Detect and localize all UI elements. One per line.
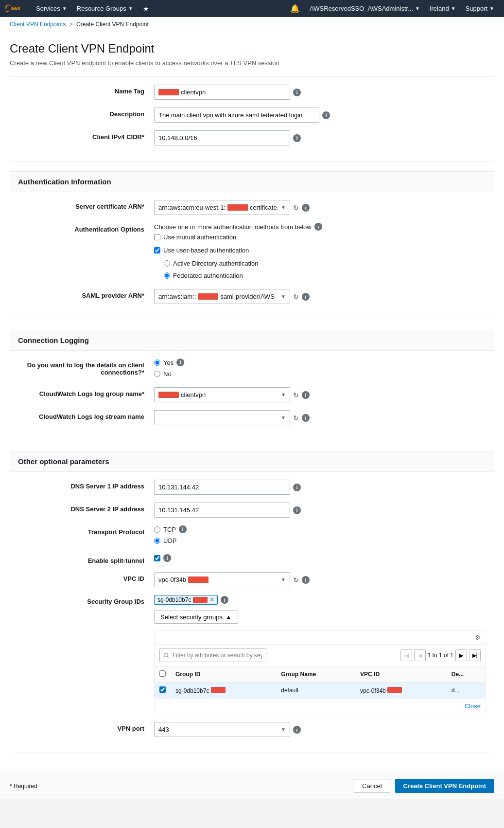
active-directory-radio[interactable] — [164, 260, 170, 267]
page-description: Create a new Client VPN endpoint to enab… — [10, 59, 494, 67]
user-auth-label: Use user-based authentication — [163, 247, 249, 254]
vpc-id-refresh-icon[interactable]: ↻ — [293, 576, 299, 584]
sg-select-all-checkbox[interactable] — [159, 670, 166, 677]
sg-prev-page-button[interactable]: ◀ — [414, 649, 426, 661]
sg-chip-redact — [193, 597, 208, 603]
description-info-icon[interactable]: i — [322, 111, 330, 119]
server-cert-select[interactable]: arn:aws:acm:eu-west-1: certificate. ▼ — [154, 200, 290, 215]
vpc-id-arrow-icon: ▼ — [281, 577, 286, 582]
vpc-id-info-icon[interactable]: i — [302, 576, 310, 584]
dns2-input[interactable] — [154, 503, 290, 518]
cw-log-group-select[interactable]: clientvpn ▼ — [154, 387, 290, 402]
mutual-auth-checkbox[interactable] — [154, 234, 160, 240]
notifications-icon[interactable]: 🔔 — [285, 4, 305, 13]
breadcrumb-parent-link[interactable]: Client VPN Endpoints — [10, 21, 66, 28]
sg-filter-input[interactable] — [159, 648, 266, 662]
top-navigation: aws Services ▼ Resource Groups ▼ ★ 🔔 AWS… — [0, 0, 504, 17]
cidr-input[interactable] — [154, 130, 290, 145]
cidr-info-icon[interactable]: i — [293, 134, 301, 142]
log-yes-info-icon[interactable]: i — [176, 359, 184, 366]
saml-suffix: saml-provider/AWS- — [220, 293, 277, 300]
connection-logging-section: Connection Logging Do you want to log th… — [10, 330, 494, 441]
sg-table-gear-icon[interactable]: ⚙ — [475, 634, 481, 641]
services-nav[interactable]: Services ▼ — [31, 0, 72, 17]
table-row[interactable]: sg-0db10b7c default vpc-0f34b d... — [155, 683, 486, 699]
sg-group-name-header: Group Name — [276, 666, 355, 683]
pin-nav[interactable]: ★ — [138, 0, 154, 17]
vpc-id-label: VPC ID — [18, 572, 154, 582]
server-cert-info-icon[interactable]: i — [302, 204, 310, 212]
log-no-radio[interactable] — [154, 371, 160, 377]
cw-log-stream-select[interactable]: ▼ — [154, 410, 290, 425]
vpn-port-info-icon[interactable]: i — [293, 726, 301, 734]
resource-groups-nav[interactable]: Resource Groups ▼ — [72, 0, 138, 17]
sg-ids-info-icon[interactable]: i — [221, 596, 228, 604]
account-nav[interactable]: AWSReservedSSO_AWSAdministr... ▼ — [305, 0, 425, 17]
sg-last-page-button[interactable]: ▶| — [469, 649, 481, 661]
saml-refresh-icon[interactable]: ↻ — [293, 293, 299, 301]
sg-chip-remove-icon[interactable]: ✕ — [209, 596, 214, 603]
udp-radio[interactable] — [154, 538, 160, 544]
vpn-port-select[interactable]: 443 ▼ — [154, 722, 290, 737]
server-cert-refresh-icon[interactable]: ↻ — [293, 204, 299, 212]
server-cert-redact — [227, 204, 248, 211]
sg-close-button[interactable]: Close — [155, 699, 486, 714]
split-tunnel-info-icon[interactable]: i — [163, 554, 171, 562]
server-cert-suffix: certificate. — [250, 204, 278, 211]
transport-info-icon[interactable]: i — [179, 525, 187, 533]
saml-select[interactable]: arn:aws:iam:: saml-provider/AWS- ▼ — [154, 289, 290, 304]
vpn-port-row: VPN port 443 ▼ i — [18, 722, 486, 737]
select-sg-button[interactable]: Select security groups ▲ — [154, 611, 238, 624]
sg-table: Group ID Group Name VPC ID De... — [155, 666, 486, 699]
name-tag-input[interactable]: clientvpn — [154, 85, 290, 100]
auth-options-info-icon[interactable]: i — [314, 223, 322, 231]
user-auth-checkbox[interactable] — [154, 247, 160, 253]
federated-radio[interactable] — [164, 272, 170, 279]
breadcrumb-current: Create Client VPN Endpoint — [76, 21, 149, 28]
cw-log-stream-refresh-icon[interactable]: ↻ — [293, 414, 299, 422]
description-input[interactable] — [154, 108, 319, 123]
log-yes-radio[interactable] — [154, 360, 160, 366]
name-tag-info-icon[interactable]: i — [293, 89, 301, 96]
cw-log-stream-arrow-icon: ▼ — [281, 415, 286, 420]
sg-next-page-button[interactable]: ▶ — [455, 649, 467, 661]
saml-info-icon[interactable]: i — [302, 293, 310, 301]
sg-group-name-cell: default — [276, 683, 355, 699]
aws-logo: aws — [5, 3, 23, 14]
support-nav[interactable]: Support ▼ — [461, 0, 499, 17]
sg-group-id-header: Group ID — [171, 666, 276, 683]
tcp-radio[interactable] — [154, 526, 160, 533]
dns1-info-icon[interactable]: i — [293, 484, 301, 491]
sg-vpc-id-redact — [387, 687, 402, 693]
split-tunnel-checkbox[interactable] — [154, 555, 160, 561]
cw-log-group-info-icon[interactable]: i — [302, 391, 310, 399]
saml-label: SAML provider ARN* — [18, 289, 154, 299]
vpn-port-arrow-icon: ▼ — [281, 727, 286, 732]
dns2-info-icon[interactable]: i — [293, 506, 301, 514]
cancel-button[interactable]: Cancel — [354, 779, 390, 793]
auth-section-header: Authentication Information — [10, 172, 494, 192]
create-endpoint-button[interactable]: Create Client VPN Endpoint — [395, 779, 494, 793]
cw-log-stream-label: CloudWatch Logs log stream name — [18, 410, 154, 420]
sg-row-checkbox[interactable] — [159, 686, 166, 693]
udp-row: UDP — [154, 537, 176, 544]
vpn-port-value: 443 — [158, 726, 169, 733]
sg-group-id-cell: sg-0db10b7c — [171, 683, 276, 699]
vpc-id-select[interactable]: vpc-0f34b ▼ — [154, 572, 290, 587]
cw-log-group-label: CloudWatch Logs log group name* — [18, 387, 154, 397]
sg-vpc-id-header: VPC ID — [355, 666, 447, 683]
dns1-input[interactable] — [154, 480, 290, 495]
name-tag-row: Name Tag clientvpn i — [18, 85, 486, 100]
sg-first-page-button[interactable]: |◀ — [400, 649, 412, 661]
tcp-row: TCP i — [154, 525, 187, 533]
sg-desc-header: De... — [447, 666, 486, 683]
dns1-label: DNS Server 1 IP address — [18, 480, 154, 490]
cw-log-group-refresh-icon[interactable]: ↻ — [293, 391, 299, 399]
vpc-id-row: VPC ID vpc-0f34b ▼ ↻ i — [18, 572, 486, 587]
federated-label: Federated authentication — [173, 272, 243, 279]
account-chevron-icon: ▼ — [415, 6, 420, 11]
server-cert-arrow-icon: ▼ — [281, 205, 286, 210]
sg-chip: sg-0db10b7c ✕ — [154, 595, 218, 605]
region-nav[interactable]: Ireland ▼ — [425, 0, 461, 17]
cw-log-stream-info-icon[interactable]: i — [302, 414, 310, 422]
